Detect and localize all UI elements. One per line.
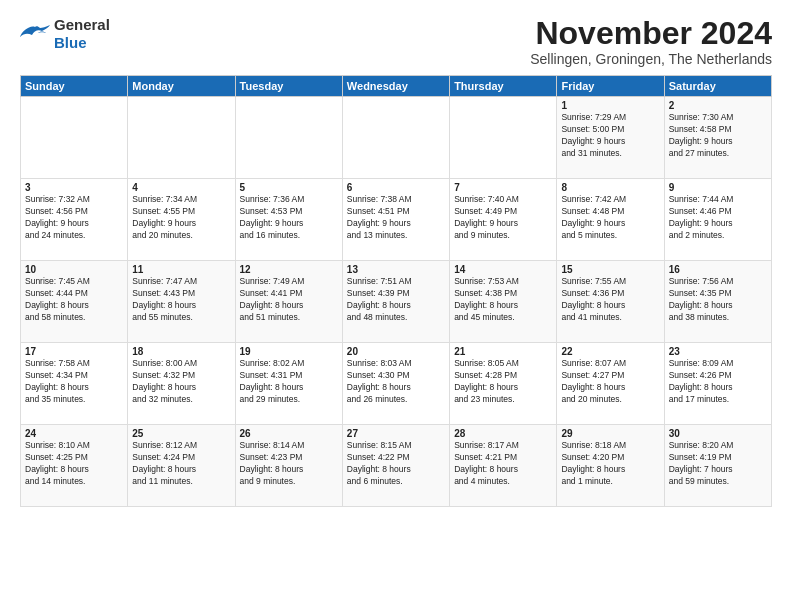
calendar-cell: 21Sunrise: 8:05 AM Sunset: 4:28 PM Dayli… — [450, 343, 557, 425]
calendar-cell: 13Sunrise: 7:51 AM Sunset: 4:39 PM Dayli… — [342, 261, 449, 343]
col-saturday: Saturday — [664, 76, 771, 97]
calendar-cell: 24Sunrise: 8:10 AM Sunset: 4:25 PM Dayli… — [21, 425, 128, 507]
col-tuesday: Tuesday — [235, 76, 342, 97]
day-info: Sunrise: 7:51 AM Sunset: 4:39 PM Dayligh… — [347, 276, 445, 324]
day-info: Sunrise: 8:10 AM Sunset: 4:25 PM Dayligh… — [25, 440, 123, 488]
day-number: 27 — [347, 428, 445, 439]
subtitle: Sellingen, Groningen, The Netherlands — [530, 51, 772, 67]
day-info: Sunrise: 7:56 AM Sunset: 4:35 PM Dayligh… — [669, 276, 767, 324]
day-number: 28 — [454, 428, 552, 439]
day-info: Sunrise: 8:15 AM Sunset: 4:22 PM Dayligh… — [347, 440, 445, 488]
calendar-cell: 30Sunrise: 8:20 AM Sunset: 4:19 PM Dayli… — [664, 425, 771, 507]
calendar-cell: 4Sunrise: 7:34 AM Sunset: 4:55 PM Daylig… — [128, 179, 235, 261]
header: General Blue November 2024 Sellingen, Gr… — [20, 16, 772, 67]
day-info: Sunrise: 8:00 AM Sunset: 4:32 PM Dayligh… — [132, 358, 230, 406]
day-number: 5 — [240, 182, 338, 193]
calendar-cell: 2Sunrise: 7:30 AM Sunset: 4:58 PM Daylig… — [664, 97, 771, 179]
calendar-table: Sunday Monday Tuesday Wednesday Thursday… — [20, 75, 772, 507]
calendar-week-4: 17Sunrise: 7:58 AM Sunset: 4:34 PM Dayli… — [21, 343, 772, 425]
day-info: Sunrise: 7:53 AM Sunset: 4:38 PM Dayligh… — [454, 276, 552, 324]
day-info: Sunrise: 8:07 AM Sunset: 4:27 PM Dayligh… — [561, 358, 659, 406]
day-info: Sunrise: 7:30 AM Sunset: 4:58 PM Dayligh… — [669, 112, 767, 160]
calendar-cell: 8Sunrise: 7:42 AM Sunset: 4:48 PM Daylig… — [557, 179, 664, 261]
day-number: 30 — [669, 428, 767, 439]
calendar-cell: 12Sunrise: 7:49 AM Sunset: 4:41 PM Dayli… — [235, 261, 342, 343]
calendar-cell — [128, 97, 235, 179]
logo-blue: Blue — [54, 34, 87, 51]
day-number: 29 — [561, 428, 659, 439]
day-number: 12 — [240, 264, 338, 275]
calendar-cell: 5Sunrise: 7:36 AM Sunset: 4:53 PM Daylig… — [235, 179, 342, 261]
day-number: 22 — [561, 346, 659, 357]
day-info: Sunrise: 8:14 AM Sunset: 4:23 PM Dayligh… — [240, 440, 338, 488]
col-monday: Monday — [128, 76, 235, 97]
calendar-cell: 18Sunrise: 8:00 AM Sunset: 4:32 PM Dayli… — [128, 343, 235, 425]
day-info: Sunrise: 7:58 AM Sunset: 4:34 PM Dayligh… — [25, 358, 123, 406]
calendar-cell — [342, 97, 449, 179]
title-area: November 2024 Sellingen, Groningen, The … — [530, 16, 772, 67]
header-row: Sunday Monday Tuesday Wednesday Thursday… — [21, 76, 772, 97]
day-number: 21 — [454, 346, 552, 357]
day-info: Sunrise: 7:47 AM Sunset: 4:43 PM Dayligh… — [132, 276, 230, 324]
day-info: Sunrise: 7:45 AM Sunset: 4:44 PM Dayligh… — [25, 276, 123, 324]
calendar-cell: 16Sunrise: 7:56 AM Sunset: 4:35 PM Dayli… — [664, 261, 771, 343]
calendar-cell: 1Sunrise: 7:29 AM Sunset: 5:00 PM Daylig… — [557, 97, 664, 179]
calendar-cell: 3Sunrise: 7:32 AM Sunset: 4:56 PM Daylig… — [21, 179, 128, 261]
day-number: 17 — [25, 346, 123, 357]
day-info: Sunrise: 8:20 AM Sunset: 4:19 PM Dayligh… — [669, 440, 767, 488]
calendar-cell: 27Sunrise: 8:15 AM Sunset: 4:22 PM Dayli… — [342, 425, 449, 507]
day-info: Sunrise: 8:05 AM Sunset: 4:28 PM Dayligh… — [454, 358, 552, 406]
day-info: Sunrise: 7:44 AM Sunset: 4:46 PM Dayligh… — [669, 194, 767, 242]
calendar-cell — [450, 97, 557, 179]
day-info: Sunrise: 7:38 AM Sunset: 4:51 PM Dayligh… — [347, 194, 445, 242]
calendar-cell: 6Sunrise: 7:38 AM Sunset: 4:51 PM Daylig… — [342, 179, 449, 261]
day-number: 13 — [347, 264, 445, 275]
calendar-week-3: 10Sunrise: 7:45 AM Sunset: 4:44 PM Dayli… — [21, 261, 772, 343]
day-number: 15 — [561, 264, 659, 275]
calendar-cell: 22Sunrise: 8:07 AM Sunset: 4:27 PM Dayli… — [557, 343, 664, 425]
day-number: 19 — [240, 346, 338, 357]
day-info: Sunrise: 7:32 AM Sunset: 4:56 PM Dayligh… — [25, 194, 123, 242]
day-info: Sunrise: 8:09 AM Sunset: 4:26 PM Dayligh… — [669, 358, 767, 406]
day-info: Sunrise: 8:18 AM Sunset: 4:20 PM Dayligh… — [561, 440, 659, 488]
month-title: November 2024 — [530, 16, 772, 51]
calendar-cell: 26Sunrise: 8:14 AM Sunset: 4:23 PM Dayli… — [235, 425, 342, 507]
calendar-week-1: 1Sunrise: 7:29 AM Sunset: 5:00 PM Daylig… — [21, 97, 772, 179]
day-number: 25 — [132, 428, 230, 439]
day-number: 4 — [132, 182, 230, 193]
day-info: Sunrise: 7:34 AM Sunset: 4:55 PM Dayligh… — [132, 194, 230, 242]
page: General Blue November 2024 Sellingen, Gr… — [0, 0, 792, 612]
logo-general: General — [54, 16, 110, 33]
calendar-cell: 17Sunrise: 7:58 AM Sunset: 4:34 PM Dayli… — [21, 343, 128, 425]
calendar-cell: 28Sunrise: 8:17 AM Sunset: 4:21 PM Dayli… — [450, 425, 557, 507]
day-number: 20 — [347, 346, 445, 357]
calendar-cell: 9Sunrise: 7:44 AM Sunset: 4:46 PM Daylig… — [664, 179, 771, 261]
calendar-cell: 14Sunrise: 7:53 AM Sunset: 4:38 PM Dayli… — [450, 261, 557, 343]
day-number: 8 — [561, 182, 659, 193]
calendar-cell: 7Sunrise: 7:40 AM Sunset: 4:49 PM Daylig… — [450, 179, 557, 261]
calendar-cell: 10Sunrise: 7:45 AM Sunset: 4:44 PM Dayli… — [21, 261, 128, 343]
col-friday: Friday — [557, 76, 664, 97]
day-info: Sunrise: 8:17 AM Sunset: 4:21 PM Dayligh… — [454, 440, 552, 488]
day-info: Sunrise: 7:42 AM Sunset: 4:48 PM Dayligh… — [561, 194, 659, 242]
day-info: Sunrise: 8:03 AM Sunset: 4:30 PM Dayligh… — [347, 358, 445, 406]
day-number: 1 — [561, 100, 659, 111]
calendar-cell: 11Sunrise: 7:47 AM Sunset: 4:43 PM Dayli… — [128, 261, 235, 343]
day-number: 2 — [669, 100, 767, 111]
logo-text: General Blue — [54, 16, 110, 52]
calendar-cell: 29Sunrise: 8:18 AM Sunset: 4:20 PM Dayli… — [557, 425, 664, 507]
day-number: 18 — [132, 346, 230, 357]
col-wednesday: Wednesday — [342, 76, 449, 97]
day-number: 24 — [25, 428, 123, 439]
day-number: 9 — [669, 182, 767, 193]
day-info: Sunrise: 7:40 AM Sunset: 4:49 PM Dayligh… — [454, 194, 552, 242]
logo: General Blue — [20, 16, 110, 52]
day-number: 26 — [240, 428, 338, 439]
col-thursday: Thursday — [450, 76, 557, 97]
logo-icon — [20, 23, 50, 45]
day-number: 10 — [25, 264, 123, 275]
day-number: 3 — [25, 182, 123, 193]
calendar-cell: 15Sunrise: 7:55 AM Sunset: 4:36 PM Dayli… — [557, 261, 664, 343]
day-info: Sunrise: 8:12 AM Sunset: 4:24 PM Dayligh… — [132, 440, 230, 488]
day-info: Sunrise: 7:36 AM Sunset: 4:53 PM Dayligh… — [240, 194, 338, 242]
